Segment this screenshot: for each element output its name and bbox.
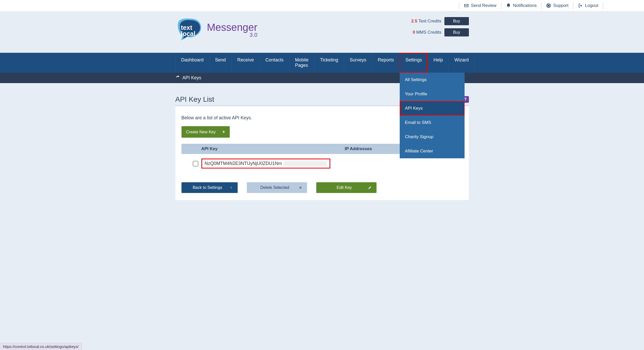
plus-icon: + — [222, 129, 225, 135]
nav-contacts[interactable]: Contacts — [260, 53, 289, 73]
notifications-label: Notifications — [513, 3, 537, 8]
logout-label: Logout — [585, 3, 598, 8]
nav-surveys[interactable]: Surveys — [344, 53, 372, 73]
nav-settings-label: Settings — [405, 57, 422, 62]
api-key-redacted — [284, 161, 327, 166]
api-key-value: NzQ0MTM4N2E3NTUyNjU0ZDU1Nm — [205, 161, 282, 166]
back-to-settings-button[interactable]: Back to Settings — [181, 182, 238, 193]
nav-help[interactable]: Help — [428, 53, 448, 73]
settings-dropdown: All Settings Your Profile API Keys Email… — [400, 73, 465, 158]
buy-mms-credits-button[interactable]: Buy — [444, 28, 469, 36]
mms-credits-num: 0 — [413, 30, 415, 35]
notifications-link[interactable]: Notifications — [501, 2, 541, 9]
lifering-icon — [546, 3, 551, 8]
main-nav: Dashboard Send Receive Contacts Mobile P… — [0, 53, 644, 73]
envelope-icon — [464, 3, 469, 8]
breadcrumb-text: API Keys — [183, 75, 201, 81]
nav-dashboard[interactable]: Dashboard — [175, 53, 209, 73]
logout-link[interactable]: Logout — [573, 2, 603, 9]
close-icon — [298, 186, 302, 189]
dropdown-charity-signup[interactable]: Charity Signup — [400, 130, 465, 144]
credits-block: 2.5 Text Credits Buy 0 MMS Credits Buy — [411, 17, 469, 40]
support-label: Support — [553, 3, 568, 8]
col-api-key: API Key — [187, 146, 345, 151]
delete-selected-button[interactable]: Delete Selected — [247, 182, 307, 193]
pencil-icon — [368, 186, 372, 189]
send-review-label: Send Review — [471, 3, 496, 8]
breadcrumb-bar: API Keys — [0, 73, 644, 83]
mms-credits-label: MMS Credits — [416, 30, 441, 35]
create-new-key-label: Create New Key — [186, 130, 216, 134]
chevron-left-icon — [229, 186, 233, 189]
buy-text-credits-button[interactable]: Buy — [444, 17, 469, 25]
logo[interactable]: text local Messenger 3.0 — [175, 17, 258, 43]
page-title: API Key List — [175, 95, 214, 103]
nav-mobile-pages[interactable]: Mobile Pages — [289, 53, 314, 73]
nav-settings[interactable]: Settings All Settings Your Profile API K… — [399, 53, 428, 73]
api-key-cell: NzQ0MTM4N2E3NTUyNjU0ZDU1Nm — [201, 159, 330, 168]
nav-ticketing[interactable]: Ticketing — [314, 53, 344, 73]
nav-wizard[interactable]: Wizard — [448, 53, 475, 73]
edit-label: Edit Key — [321, 185, 368, 190]
back-label: Back to Settings — [186, 185, 229, 190]
send-review-link[interactable]: Send Review — [459, 2, 501, 9]
nav-reports[interactable]: Reports — [372, 53, 399, 73]
dropdown-affiliate-center[interactable]: Afilliate Center — [400, 144, 465, 158]
nav-send[interactable]: Send — [209, 53, 232, 73]
bell-icon — [506, 3, 511, 8]
dropdown-email-to-sms[interactable]: Email to SMS — [400, 115, 465, 130]
topbar: Send Review Notifications Support Logout — [0, 0, 644, 11]
text-credits-label: Text Credits — [418, 19, 441, 23]
create-new-key-button[interactable]: Create New Key + — [181, 126, 230, 138]
brand-title: Messenger — [207, 22, 258, 33]
logout-icon — [578, 3, 583, 8]
support-link[interactable]: Support — [541, 2, 573, 9]
nav-receive[interactable]: Receive — [232, 53, 260, 73]
dropdown-your-profile[interactable]: Your Profile — [400, 87, 465, 101]
dropdown-all-settings[interactable]: All Settings — [400, 73, 465, 87]
action-row: Back to Settings Delete Selected Edit Ke… — [181, 182, 463, 193]
dropdown-api-keys[interactable]: API Keys — [400, 101, 465, 115]
delete-label: Delete Selected — [251, 185, 298, 190]
header: text local Messenger 3.0 2.5 Text Credit… — [0, 11, 644, 53]
logo-text-2: local — [181, 30, 196, 37]
row-checkbox[interactable] — [193, 161, 198, 166]
text-credits-num: 2.5 — [411, 19, 417, 23]
share-icon — [175, 75, 180, 81]
logo-badge: text local — [175, 17, 203, 43]
edit-key-button[interactable]: Edit Key — [316, 182, 376, 193]
